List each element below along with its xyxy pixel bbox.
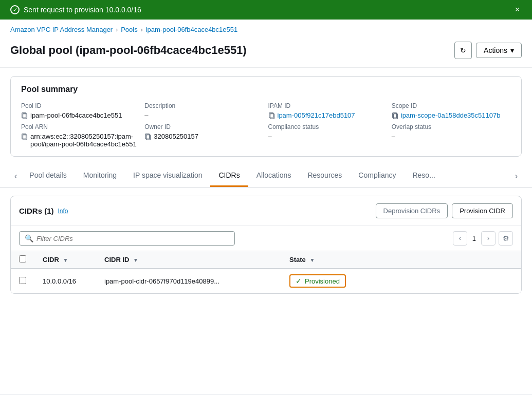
tab-pool-details[interactable]: Pool details (21, 165, 75, 187)
field-pool-id-label: Pool ID (21, 102, 140, 109)
state-sort-icon[interactable]: ▼ (309, 257, 315, 263)
tab-compliancy[interactable]: Compliancy (350, 165, 404, 187)
field-ipam-id-label: IPAM ID (268, 102, 388, 109)
filter-cidrs-input[interactable] (36, 235, 229, 242)
cidrs-title-group: CIDRs (1) Info (19, 206, 68, 215)
field-ipam-id: IPAM ID ipam-005f921c17ebd5107 (268, 102, 388, 119)
field-compliance-status: Compliance status – (268, 123, 388, 148)
breadcrumb-sep-2: › (141, 26, 143, 33)
field-scope-id-label: Scope ID (392, 102, 511, 109)
field-overlap-text: – (392, 133, 395, 140)
notification-content: ✓ Sent request to provision 10.0.0.0/16 (10, 5, 141, 14)
field-overlap-value: – (392, 133, 511, 140)
cidrs-table: CIDR ▼ CIDR ID ▼ State ▼ (11, 251, 521, 293)
field-overlap-status: Overlap status – (392, 123, 511, 148)
table-header-checkbox (11, 251, 34, 269)
deprovision-cidrs-button[interactable]: Deprovision CIDRs (376, 203, 448, 218)
breadcrumb-sep-1: › (116, 26, 118, 33)
notification-close-button[interactable]: × (513, 5, 522, 14)
field-description-label: Description (144, 102, 264, 109)
tab-cidrs[interactable]: CIDRs (210, 165, 248, 187)
table-header-state: State ▼ (281, 251, 521, 269)
tab-allocations[interactable]: Allocations (248, 165, 300, 187)
pool-summary-title: Pool summary (21, 85, 511, 94)
field-compliance-label: Compliance status (268, 123, 388, 130)
table-row: 10.0.0.0/16 ipam-pool-cidr-0657f970d119e… (11, 269, 521, 293)
tab-ip-space[interactable]: IP space visualization (125, 165, 210, 187)
tab-reso[interactable]: Reso... (404, 165, 443, 187)
copy-icon-pool-arn[interactable] (21, 133, 28, 140)
tab-resources[interactable]: Resources (299, 165, 350, 187)
copy-icon-scope-id[interactable] (392, 112, 399, 119)
cidr-sort-icon[interactable]: ▼ (63, 257, 68, 263)
field-owner-id-value: 320805250157 (144, 133, 264, 140)
field-description: Description – (144, 102, 264, 119)
notification-check-icon: ✓ (10, 5, 20, 14)
main-content: Amazon VPC IP Address Manager › Pools › … (0, 20, 532, 394)
actions-label: Actions (484, 46, 507, 54)
field-overlap-label: Overlap status (392, 123, 511, 130)
next-page-button[interactable]: › (481, 231, 496, 246)
page-number: 1 (470, 235, 478, 242)
actions-button[interactable]: Actions ▾ (476, 43, 522, 58)
field-pool-arn-value: arn:aws:ec2::320805250157:ipam-pool/ipam… (21, 133, 140, 148)
status-check-icon: ✓ (296, 277, 302, 285)
status-text: Provisioned (305, 277, 340, 285)
breadcrumb-current: ipam-pool-06fb4cace4bc1e551 (146, 26, 238, 33)
search-box: 🔍 (19, 231, 235, 246)
field-compliance-value: – (268, 133, 388, 140)
field-scope-id-value: ipam-scope-0a158dde35c51107b (392, 111, 511, 119)
tab-monitoring[interactable]: Monitoring (75, 165, 125, 187)
cidrs-title: CIDRs (1) (19, 206, 54, 215)
filter-bar: 🔍 ‹ 1 › ⚙ (11, 226, 521, 251)
copy-icon-ipam-id[interactable] (268, 112, 276, 119)
field-scope-id-link[interactable]: ipam-scope-0a158dde35c51107b (401, 111, 501, 119)
field-scope-id: Scope ID ipam-scope-0a158dde35c51107b (392, 102, 511, 119)
tab-scroll-right-button[interactable]: › (511, 170, 522, 183)
pool-summary-card: Pool summary Pool ID ipam-pool-06fb4cace… (10, 76, 522, 157)
prev-page-button[interactable]: ‹ (453, 231, 467, 246)
field-compliance-text: – (268, 133, 272, 140)
copy-icon-pool-id[interactable] (21, 112, 28, 119)
table-header-cidr: CIDR ▼ (34, 251, 96, 269)
page-header: Global pool (ipam-pool-06fb4cace4bc1e551… (0, 37, 532, 68)
cidr-id-sort-icon[interactable]: ▼ (133, 257, 138, 263)
cidr-cell: 10.0.0.0/16 (34, 269, 96, 293)
actions-chevron-icon: ▾ (510, 46, 514, 54)
cidr-id-cell: ipam-pool-cidr-0657f970d119e40899... (96, 269, 281, 293)
notification-bar: ✓ Sent request to provision 10.0.0.0/16 … (0, 0, 532, 20)
field-pool-arn: Pool ARN arn:aws:ec2::320805250157:ipam-… (21, 123, 140, 148)
cidrs-header: CIDRs (1) Info Deprovision CIDRs Provisi… (11, 196, 521, 226)
select-all-checkbox[interactable] (19, 255, 26, 262)
cidrs-section: CIDRs (1) Info Deprovision CIDRs Provisi… (10, 196, 522, 294)
tabs-container: ‹ Pool details Monitoring IP space visua… (0, 165, 532, 187)
notification-message: Sent request to provision 10.0.0.0/16 (24, 6, 141, 14)
breadcrumb-pools-link[interactable]: Pools (121, 26, 138, 33)
field-owner-id-text: 320805250157 (154, 133, 198, 140)
field-pool-id-value: ipam-pool-06fb4cace4bc1e551 (21, 111, 140, 119)
header-actions: ↻ Actions ▾ (454, 42, 522, 59)
field-ipam-id-link[interactable]: ipam-005f921c17ebd5107 (278, 111, 355, 119)
cidr-id-value: ipam-pool-cidr-0657f970d119e40899... (104, 277, 219, 285)
field-description-value: – (144, 111, 264, 119)
cidr-value: 10.0.0.0/16 (43, 277, 76, 285)
row-checkbox[interactable] (19, 277, 26, 284)
tab-scroll-left-button[interactable]: ‹ (10, 170, 21, 183)
page-title: Global pool (ipam-pool-06fb4cace4bc1e551… (10, 44, 247, 57)
refresh-button[interactable]: ↻ (454, 42, 472, 59)
field-ipam-id-value: ipam-005f921c17ebd5107 (268, 111, 388, 119)
summary-grid: Pool ID ipam-pool-06fb4cace4bc1e551 Desc… (21, 102, 511, 148)
breadcrumb-ipam-link[interactable]: Amazon VPC IP Address Manager (10, 26, 113, 33)
cidrs-actions-group: Deprovision CIDRs Provision CIDR (376, 203, 513, 218)
field-owner-id-label: Owner ID (144, 123, 264, 130)
row-checkbox-cell (11, 269, 34, 293)
status-badge: ✓ Provisioned (289, 274, 346, 288)
provision-cidr-button[interactable]: Provision CIDR (452, 203, 513, 218)
cidrs-info-badge[interactable]: Info (58, 208, 68, 215)
field-description-text: – (144, 111, 148, 119)
copy-icon-owner-id[interactable] (144, 133, 152, 140)
table-settings-button[interactable]: ⚙ (499, 231, 513, 246)
table-header-cidr-id: CIDR ID ▼ (96, 251, 281, 269)
field-pool-id-text: ipam-pool-06fb4cace4bc1e551 (30, 111, 122, 119)
tabs-list: Pool details Monitoring IP space visuali… (21, 165, 510, 187)
